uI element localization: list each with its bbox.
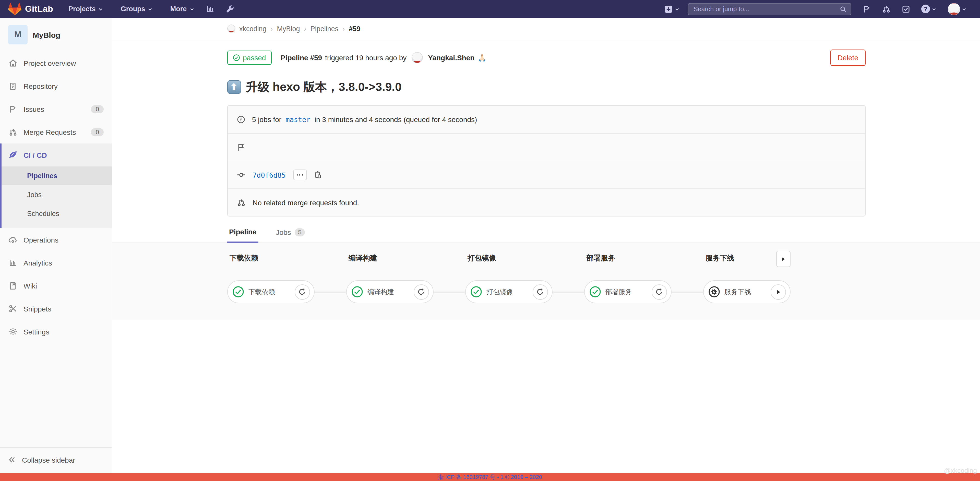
job-card[interactable]: 下载依赖 xyxy=(227,280,314,303)
help-icon: ? xyxy=(921,5,930,13)
copy-commit-sha-icon[interactable] xyxy=(314,171,321,179)
job-success-icon xyxy=(470,286,482,298)
sidebar-subitem-jobs[interactable]: Jobs xyxy=(2,185,112,204)
job-card[interactable]: 部署服务 xyxy=(584,280,671,303)
groups-menu[interactable]: Groups xyxy=(121,5,153,13)
issues-shortcut-icon[interactable] xyxy=(862,5,871,13)
pipeline-status-row: passed Pipeline #59 triggered 19 hours a… xyxy=(227,49,865,66)
commit-icon xyxy=(237,171,245,179)
search-input[interactable] xyxy=(694,5,840,13)
breadcrumb-link-pipelines[interactable]: Pipelines xyxy=(310,25,339,32)
sidebar-item-settings[interactable]: Settings xyxy=(0,320,112,343)
pipeline-status-badge[interactable]: passed xyxy=(227,51,271,65)
delete-pipeline-button[interactable]: Delete xyxy=(830,49,865,66)
sidebar-subitem-schedules[interactable]: Schedules xyxy=(2,204,112,223)
retry-job-button[interactable] xyxy=(294,284,310,300)
tab-jobs[interactable]: Jobs 5 xyxy=(274,222,307,243)
jobs-count-text: 5 jobs for xyxy=(252,115,282,124)
home-icon xyxy=(8,59,18,67)
sidebar-item-analytics[interactable]: Analytics xyxy=(0,251,112,274)
sidebar-subitem-pipelines[interactable]: Pipelines xyxy=(2,167,112,185)
pipeline-graph-section: 下载依赖 下载依赖 xyxy=(112,243,980,320)
tab-pipeline[interactable]: Pipeline xyxy=(227,222,258,243)
breadcrumb-link-project[interactable]: MyBlog xyxy=(277,25,300,32)
sidebar-item-repository[interactable]: Repository xyxy=(0,75,112,97)
play-job-button[interactable] xyxy=(770,284,786,300)
project-context[interactable]: M MyBlog xyxy=(0,18,112,52)
stage-service-offline: 服务下线 服务下线 xyxy=(703,253,790,303)
retry-job-button[interactable] xyxy=(414,284,429,300)
todos-shortcut-icon[interactable] xyxy=(902,5,910,13)
scissors-icon xyxy=(8,304,18,313)
help-menu-button[interactable]: ? xyxy=(921,5,937,13)
project-sidebar: M MyBlog Project overview Repository Iss… xyxy=(0,18,112,481)
watermark-text: @xkcoding xyxy=(944,467,977,475)
pipeline-trigger-text: Pipeline #59 triggered 19 hours ago by Y… xyxy=(281,52,487,63)
commit-sha-row: 7d0f6d85 xyxy=(228,161,865,189)
cicd-rocket-icon xyxy=(8,151,18,159)
activity-chart-icon[interactable] xyxy=(205,5,214,13)
chevron-down-icon xyxy=(962,6,967,11)
project-name: MyBlog xyxy=(33,30,60,39)
job-card[interactable]: 服务下线 xyxy=(703,280,790,303)
more-menu[interactable]: More xyxy=(170,5,194,13)
projects-menu[interactable]: Projects xyxy=(68,5,103,13)
wiki-book-icon xyxy=(8,282,18,290)
user-avatar xyxy=(948,3,960,15)
breadcrumb-separator: › xyxy=(270,25,273,32)
gitlab-home-link[interactable]: GitLab xyxy=(8,2,53,16)
search-icon xyxy=(840,5,847,13)
job-name: 部署服务 xyxy=(605,287,632,297)
sidebar-item-snippets[interactable]: Snippets xyxy=(0,297,112,320)
icp-link[interactable]: 浙 ICP 备 15019787 号 - 1 © 2019 – 2020 xyxy=(438,473,542,481)
merge-requests-shortcut-icon[interactable] xyxy=(882,5,891,13)
job-card[interactable]: 编译构建 xyxy=(346,280,433,303)
sidebar-item-label: Settings xyxy=(24,327,49,336)
sidebar-item-issues[interactable]: Issues 0 xyxy=(0,97,112,121)
sidebar-item-label: Wiki xyxy=(24,282,37,290)
breadcrumb-avatar xyxy=(227,24,235,33)
user-menu-button[interactable] xyxy=(948,3,967,15)
chevron-down-icon xyxy=(148,6,153,11)
commit-sha-link[interactable]: 7d0f6d85 xyxy=(253,171,286,179)
navbar-right: ? xyxy=(664,3,967,15)
expand-commit-message-button[interactable] xyxy=(293,170,307,180)
new-menu-button[interactable] xyxy=(664,5,680,13)
admin-wrench-icon[interactable] xyxy=(226,5,234,13)
stage-title: 部署服务 xyxy=(584,254,615,263)
up-arrow-emoji: ⬆ xyxy=(227,80,241,94)
job-name: 服务下线 xyxy=(724,287,751,297)
branch-link[interactable]: master xyxy=(285,115,310,124)
job-name: 下载依赖 xyxy=(248,287,275,297)
retry-job-button[interactable] xyxy=(651,284,667,300)
collapse-sidebar-label: Collapse sidebar xyxy=(22,456,75,464)
sidebar-item-operations[interactable]: Operations xyxy=(0,228,112,251)
related-mr-row: No related merge requests found. xyxy=(228,189,865,216)
stage-deploy: 部署服务 部署服务 xyxy=(584,253,671,303)
cicd-subnav: Pipelines Jobs Schedules xyxy=(2,167,112,228)
sidebar-item-merge-requests[interactable]: Merge Requests 0 xyxy=(0,121,112,143)
no-mr-text: No related merge requests found. xyxy=(253,198,359,206)
stage-package-image: 打包镜像 打包镜像 xyxy=(465,253,552,303)
sidebar-item-label: Merge Requests xyxy=(24,128,76,136)
double-chevron-left-icon xyxy=(8,456,16,464)
sidebar-item-wiki[interactable]: Wiki xyxy=(0,274,112,297)
stage-title: 下载依赖 xyxy=(227,254,258,263)
plus-square-icon xyxy=(664,5,673,13)
chevron-down-icon xyxy=(98,6,103,11)
collapse-sidebar-button[interactable]: Collapse sidebar xyxy=(0,447,112,472)
sidebar-item-cicd[interactable]: CI / CD xyxy=(2,143,112,167)
breadcrumb-link-group[interactable]: xkcoding xyxy=(239,25,267,32)
stage-build: 编译构建 编译构建 xyxy=(346,253,433,303)
flag-icon xyxy=(237,143,245,151)
sidebar-item-project-overview[interactable]: Project overview xyxy=(0,52,112,75)
stage-title: 打包镜像 xyxy=(465,254,496,263)
stage-play-button[interactable] xyxy=(776,251,790,267)
job-card[interactable]: 打包镜像 xyxy=(465,280,552,303)
gitlab-pipeline-page: GitLab Projects Groups More xyxy=(0,0,980,481)
trigger-user-avatar[interactable] xyxy=(412,52,423,63)
trigger-user-name[interactable]: Yangkai.Shen xyxy=(428,54,474,62)
commit-title-text: 升级 hexo 版本，3.8.0->3.9.0 xyxy=(246,79,402,95)
chevron-down-icon xyxy=(675,6,680,11)
retry-job-button[interactable] xyxy=(532,284,548,300)
